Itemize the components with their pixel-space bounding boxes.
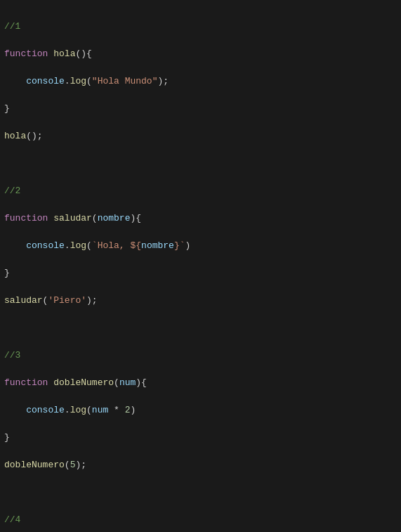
fn-saludar: saludar [53, 213, 92, 223]
call-hola: hola [4, 131, 26, 141]
console-1: console [26, 76, 65, 86]
comment-3: //3 [4, 350, 20, 361]
call-saludar: saludar [4, 295, 43, 306]
log-2: log [70, 240, 86, 251]
log-1: log [70, 76, 86, 86]
keyword-3: function [4, 377, 48, 388]
comment-2: //2 [4, 186, 20, 196]
fn-hola: hola [53, 48, 75, 59]
comment-1: //1 [4, 21, 20, 32]
log-3: log [70, 405, 86, 415]
call-doble: dobleNumero [4, 460, 65, 470]
keyword-2: function [4, 213, 48, 223]
console-2: console [26, 240, 65, 251]
comment-4: //4 [4, 514, 20, 525]
fn-doble: dobleNumero [53, 377, 114, 388]
console-3: console [26, 405, 65, 415]
keyword-1: function [4, 48, 48, 59]
code-editor: //1 function hola(){ console.log("Hola M… [4, 6, 397, 532]
